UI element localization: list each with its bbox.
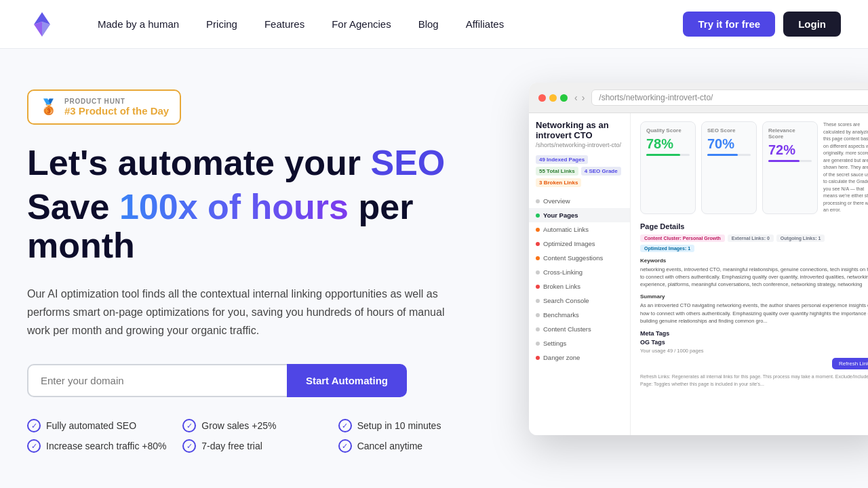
suggestions-label: Content Suggestions bbox=[543, 254, 603, 262]
score-quality: Quality Score 78% bbox=[640, 121, 696, 214]
browser-dots bbox=[538, 94, 568, 102]
hero-right: ‹ › /shorts/networking-introvert-cto/ Ne… bbox=[529, 83, 868, 435]
back-icon: ‹ bbox=[574, 92, 578, 103]
stat-grade: 4 SEO Grade bbox=[581, 167, 621, 176]
seo-value: 70% bbox=[707, 136, 751, 152]
hero-left: 🥉 PRODUCT HUNT #3 Product of the Day Let… bbox=[27, 89, 488, 453]
feature-label-5: Cancel anytime bbox=[357, 441, 423, 451]
score-relevance: Relevance Score 72% bbox=[762, 121, 818, 214]
sidebar-benchmarks[interactable]: Benchmarks bbox=[529, 308, 630, 322]
hero-headline-2: Save 100x of hours per month bbox=[27, 188, 488, 265]
nav-actions: Try it for free Login bbox=[683, 12, 841, 37]
check-icon-4: ✓ bbox=[182, 439, 196, 453]
sidebar-content-suggestions[interactable]: Content Suggestions bbox=[529, 251, 630, 265]
feature-item-1: ✓ Grow sales +25% bbox=[182, 419, 332, 432]
broken-dot bbox=[536, 285, 540, 289]
navbar: Made by a human Pricing Features For Age… bbox=[0, 0, 868, 49]
console-dot bbox=[536, 299, 540, 303]
sidebar-url: /shorts/networking-introvert-cto/ bbox=[536, 142, 623, 148]
sidebar-settings[interactable]: Settings bbox=[529, 336, 630, 350]
tag-row: Content Cluster: Personal Growth Externa… bbox=[640, 235, 868, 252]
hero-form: Start Automating bbox=[27, 364, 407, 397]
stat-indexed: 49 Indexed Pages bbox=[536, 155, 588, 164]
sidebar-content-clusters[interactable]: Content Clusters bbox=[529, 322, 630, 336]
summary-section-label: Summary bbox=[640, 293, 868, 300]
clusters-label: Content Clusters bbox=[543, 325, 591, 333]
sidebar-overview[interactable]: Overview bbox=[529, 194, 630, 208]
browser-url-bar: /shorts/networking-introvert-cto/ bbox=[591, 89, 868, 106]
danger-dot bbox=[536, 356, 540, 360]
tag-cluster: Content Cluster: Personal Growth bbox=[640, 235, 725, 242]
login-button[interactable]: Login bbox=[783, 12, 841, 37]
keywords-section-label: Keywords bbox=[640, 258, 868, 264]
refresh-links-button[interactable]: Refresh Links bbox=[832, 358, 868, 369]
settings-dot bbox=[536, 342, 540, 346]
quality-value: 78% bbox=[646, 136, 690, 152]
keywords-text: networking events, introverted CTO, mean… bbox=[640, 266, 868, 289]
check-icon-5: ✓ bbox=[338, 439, 352, 453]
dot-yellow bbox=[549, 94, 557, 102]
og-tags-label: OG Tags bbox=[640, 339, 868, 346]
dot-green bbox=[560, 94, 568, 102]
seo-bar bbox=[707, 154, 738, 156]
meta-tags-label: Meta Tags bbox=[640, 330, 868, 337]
sidebar-danger-zone[interactable]: Danger zone bbox=[529, 350, 630, 365]
sidebar-automatic-links[interactable]: Automatic Links bbox=[529, 222, 630, 237]
nav-blog[interactable]: Blog bbox=[418, 18, 439, 30]
settings-label: Settings bbox=[543, 340, 566, 347]
feature-label-0: Fully automated SEO bbox=[46, 420, 136, 431]
domain-input[interactable] bbox=[27, 364, 287, 397]
feature-item-4: ✓ 7-day free trial bbox=[182, 439, 332, 453]
feature-item-0: ✓ Fully automated SEO bbox=[27, 419, 177, 432]
logo[interactable] bbox=[27, 9, 57, 39]
score-seo: SEO Score 70% bbox=[701, 121, 757, 214]
sidebar-header: Networking as an introvert CTO /shorts/n… bbox=[529, 113, 630, 152]
relevance-label: Relevance Score bbox=[768, 127, 812, 140]
pages-label: Your Pages bbox=[543, 211, 578, 219]
nav-links: Made by a human Pricing Features For Age… bbox=[98, 18, 683, 30]
page-details-title: Page Details bbox=[640, 222, 868, 230]
sidebar-cross-linking[interactable]: Cross-Linking bbox=[529, 265, 630, 279]
ph-label-top: PRODUCT HUNT bbox=[64, 98, 169, 105]
headline-hours-text: 100x of hours bbox=[119, 187, 349, 226]
product-hunt-badge: 🥉 PRODUCT HUNT #3 Product of the Day bbox=[27, 89, 181, 125]
cross-dot bbox=[536, 270, 540, 274]
tag-outgoing: Outgoing Links: 1 bbox=[776, 235, 825, 242]
main-panel: Quality Score 78% SEO Score 70% Relevanc… bbox=[631, 113, 868, 435]
start-automating-button[interactable]: Start Automating bbox=[287, 364, 407, 397]
sidebar-your-pages[interactable]: Your Pages bbox=[529, 208, 630, 222]
feature-label-1: Grow sales +25% bbox=[201, 420, 276, 431]
overview-label: Overview bbox=[543, 197, 570, 205]
hero-description: Our AI optimization tool finds all the c… bbox=[27, 285, 448, 340]
nav-affiliates[interactable]: Affiliates bbox=[466, 18, 504, 30]
hero-features-grid: ✓ Fully automated SEO ✓ Grow sales +25% … bbox=[27, 419, 488, 453]
browser-nav: ‹ › bbox=[574, 92, 585, 103]
nav-for-agencies[interactable]: For Agencies bbox=[332, 18, 391, 30]
try-free-button[interactable]: Try it for free bbox=[683, 12, 775, 37]
benchmarks-label: Benchmarks bbox=[543, 311, 579, 319]
feature-item-3: ✓ Increase search traffic +80% bbox=[27, 439, 177, 453]
broken-label: Broken Links bbox=[543, 283, 580, 290]
hero-headline-1: Let's automate your SEO bbox=[27, 144, 488, 182]
hero-section: 🥉 PRODUCT HUNT #3 Product of the Day Let… bbox=[0, 49, 868, 480]
seo-label: SEO Score bbox=[707, 127, 751, 134]
nav-made-by-human[interactable]: Made by a human bbox=[98, 18, 179, 30]
sidebar-stats: 49 Indexed Pages 55 Total Links 4 SEO Gr… bbox=[529, 152, 630, 190]
sidebar-panel: Networking as an introvert CTO /shorts/n… bbox=[529, 113, 631, 435]
nav-features[interactable]: Features bbox=[264, 18, 304, 30]
usage-text: Your usage 49 / 1000 pages bbox=[640, 348, 868, 354]
images-label: Optimized Images bbox=[543, 240, 595, 247]
sidebar-optimized-images[interactable]: Optimized Images bbox=[529, 237, 630, 251]
benchmarks-dot bbox=[536, 313, 540, 317]
relevance-value: 72% bbox=[768, 142, 812, 158]
sidebar-search-console[interactable]: Search Console bbox=[529, 293, 630, 308]
scores-description: These scores are calculated by analyzing… bbox=[823, 121, 868, 214]
pages-dot bbox=[536, 214, 540, 218]
danger-label: Danger zone bbox=[543, 354, 580, 361]
sidebar-broken-links[interactable]: Broken Links bbox=[529, 279, 630, 293]
feature-label-4: 7-day free trial bbox=[201, 441, 262, 451]
tag-images: Optimized Images: 1 bbox=[640, 245, 694, 252]
sidebar-nav: Overview Your Pages Automatic Links Opti… bbox=[529, 190, 630, 369]
nav-pricing[interactable]: Pricing bbox=[206, 18, 237, 30]
feature-item-2: ✓ Setup in 10 minutes bbox=[338, 419, 488, 432]
